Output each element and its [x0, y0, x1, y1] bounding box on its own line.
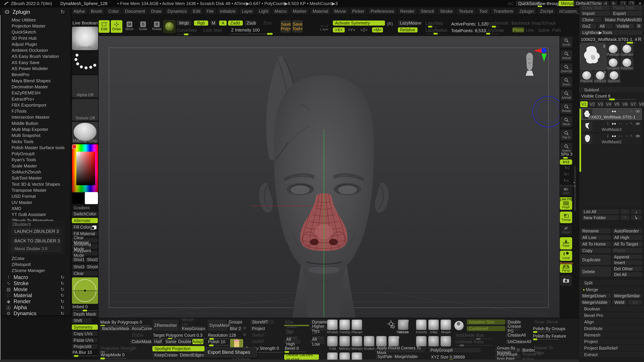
subtool-visibility-tab[interactable]: V2: [588, 101, 596, 107]
plugin-menu-item[interactable]: 3D Print Hub: [2, 35, 70, 41]
repeat-to-active-button[interactable]: Repeat To Active: [520, 354, 550, 359]
move-out-button[interactable]: ↷: [620, 215, 630, 220]
draw-button[interactable]: Draw: [111, 20, 122, 33]
adaptive-size-button[interactable]: Adaptive Size: [467, 320, 505, 325]
all-low-button[interactable]: All Low: [580, 235, 611, 240]
menu-item[interactable]: Stencil: [418, 8, 436, 15]
resolution-label[interactable]: Resolution 128: [208, 333, 236, 338]
polish-by-groups-label[interactable]: Polish By Groups: [533, 326, 565, 331]
snaptotrack-label[interactable]: SnapToTrack: [531, 21, 556, 26]
wrapmode-slider[interactable]: [100, 358, 105, 360]
creaseall-button[interactable]: CreaseAll: [506, 333, 520, 338]
pa-blur-label[interactable]: PA Blur 10: [72, 350, 92, 355]
dynamesh-preview-thumbnail[interactable]: [230, 339, 243, 348]
plugin-menu-item[interactable]: AS Power Modeler: [2, 65, 70, 71]
polyframe-button[interactable]: PolyF: [560, 200, 572, 210]
boolean-section[interactable]: Boolean: [579, 306, 644, 311]
menu-item[interactable]: Dynamics: [165, 8, 189, 15]
lazysnap-slider[interactable]: [486, 33, 490, 35]
edit-button[interactable]: Edit: [98, 20, 110, 33]
sym-x-button[interactable]: >X<: [333, 27, 345, 32]
plugin-menu-item[interactable]: USD Format: [2, 193, 70, 199]
xyz-size-label[interactable]: XYZ Size 0.38669: [431, 355, 465, 360]
plugin-menu-item[interactable]: EaZyREMESH: [2, 90, 70, 96]
rgb-button[interactable]: Rgb: [194, 20, 208, 26]
imbed-label[interactable]: Imbed 0: [72, 304, 88, 309]
visible-count-slider[interactable]: [609, 98, 615, 100]
project-basrelief-section[interactable]: Project BasRelief: [579, 346, 644, 351]
export-blend-shapes-button[interactable]: Export Blend Shapes: [204, 347, 257, 357]
refresh-icon[interactable]: ↻: [60, 275, 64, 280]
subtool-item[interactable]: ↧ ●● ◐◐ ◑ ✎ 100623_WolfMask.ST01-1: [582, 108, 642, 120]
mergedown-button[interactable]: MergeDown: [580, 293, 611, 299]
shrink-button[interactable]: Shrink: [544, 320, 556, 325]
shot4-button[interactable]: Shot4: [85, 264, 98, 270]
tool-thumbnail[interactable]: 3 100623_: [594, 70, 606, 83]
polygroupit-button[interactable]: PolyGroupIt: [428, 348, 481, 353]
uv-button[interactable]: Uv: [628, 300, 642, 305]
delete-button[interactable]: Delete: [580, 266, 611, 277]
menu-item[interactable]: Transform: [491, 8, 516, 15]
border-toggle-icon[interactable]: [517, 349, 520, 351]
curvestep-slider[interactable]: [184, 33, 188, 35]
menu-item[interactable]: Edit: [190, 8, 203, 15]
depth-mask-button[interactable]: Depth Mask: [72, 311, 98, 317]
nav-button[interactable]: Move: [560, 116, 572, 127]
crease-pg-button[interactable]: Crease PG: [506, 326, 520, 331]
tool-thumbnail[interactable]: SimpleB: [606, 57, 620, 70]
plugin-menu-item-zscene[interactable]: ZScene Manager: [12, 268, 45, 273]
plugin-menu-item[interactable]: Transpose Master: [2, 187, 70, 193]
menu-item[interactable]: Marker: [290, 8, 309, 15]
plugin-menu-item[interactable]: BevelPro: [2, 72, 70, 78]
project-section[interactable]: Project: [579, 339, 644, 344]
all-to-home-button[interactable]: All To Home: [580, 241, 611, 247]
plane-button[interactable]: Plane: [512, 27, 524, 32]
brush-thumbnail[interactable]: TrimDyn: [339, 320, 350, 334]
plugin-menu-item-zretopoit[interactable]: ZRetopoIt: [12, 262, 31, 267]
persp-button[interactable]: Persp: [560, 264, 572, 273]
duplicate-button[interactable]: Duplicate: [580, 254, 611, 265]
merge-section[interactable]: ●Merge: [579, 287, 644, 292]
tool-thumbnail[interactable]: Sphere3: [608, 70, 620, 83]
refresh-icon[interactable]: ↻: [60, 281, 64, 286]
move-up-button[interactable]: ↑: [620, 209, 630, 214]
tool-thumbnail[interactable]: PolySph: [606, 43, 620, 57]
z-intensity-slider[interactable]: [267, 33, 273, 35]
uncreaseall-button[interactable]: UnCreaseAll: [506, 339, 522, 344]
menu-item[interactable]: Macro: [272, 8, 289, 15]
menu-item[interactable]: Tool: [477, 8, 490, 15]
menu-item[interactable]: Initialize: [218, 8, 238, 15]
make-polymesh3d-button[interactable]: Make PolyMesh3D: [603, 17, 642, 22]
subtool-item[interactable]: ↧ ●● ◐◐ ◑ ✎ WolfMask2: [582, 133, 642, 145]
sym-m-button[interactable]: >M<: [372, 27, 383, 32]
delete-caches-button[interactable]: Delete caches at start: [284, 354, 319, 360]
plugin-menu-item[interactable]: XMD: [2, 205, 70, 212]
colormask-button[interactable]: ColorMask: [130, 339, 151, 344]
about-zbuilder-button[interactable]: About Zbuilder 3.0: [11, 246, 61, 252]
zsub-button[interactable]: Zsub: [244, 20, 256, 26]
activate-symmetry-button[interactable]: Activate Symmetry: [333, 20, 385, 26]
menu-item[interactable]: Zscript: [538, 8, 556, 15]
transparency-button[interactable]: Transp: [560, 212, 572, 223]
goz-r-button[interactable]: R: [636, 23, 642, 29]
shot1-button[interactable]: Shot1: [72, 257, 84, 262]
gradient-label[interactable]: Gradient: [74, 205, 90, 210]
brush-thumbnail[interactable]: Morph: [440, 320, 452, 334]
save-tool-button[interactable]: SaveTool+: [292, 20, 303, 33]
rotate-x-button[interactable]: ↻X: [564, 178, 569, 183]
blur-button[interactable]: Blur 2: [228, 326, 242, 331]
goz-button[interactable]: GoZ: [580, 23, 596, 29]
mergesimilar-button[interactable]: MergeSimilar: [612, 293, 642, 299]
move-down-button[interactable]: ↓: [631, 209, 642, 214]
polish-by-feature-slider[interactable]: [533, 338, 537, 340]
morph-uv-button[interactable]: Morph UV: [180, 320, 199, 325]
goz-visible-button[interactable]: Visible: [614, 23, 634, 29]
wrapmode-label[interactable]: WrapMode 0: [100, 353, 124, 357]
all-low-button[interactable]: All Low: [310, 339, 325, 344]
storemt-button[interactable]: StoreMT: [250, 320, 274, 325]
plugin-menu-item[interactable]: YT GoB Assistant: [2, 212, 70, 218]
ghost-button[interactable]: Ghost: [560, 225, 572, 236]
paste-uvs-button[interactable]: Paste UVs: [72, 338, 98, 343]
dynamesh-button[interactable]: DynaMesh: [207, 320, 228, 331]
sym-y-button[interactable]: >Y<: [346, 27, 357, 32]
